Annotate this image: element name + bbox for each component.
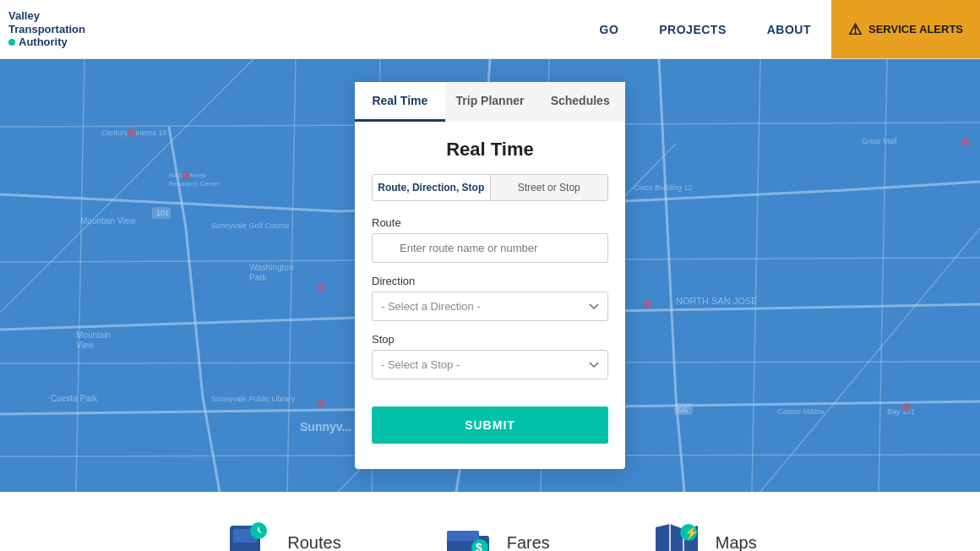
svg-text:⚡: ⚡ — [684, 526, 700, 540]
route-input[interactable] — [372, 233, 608, 263]
map-section: Mountain View Mountain View Washington P… — [0, 59, 980, 492]
nav-go[interactable]: GO — [580, 0, 640, 58]
svg-point-41 — [643, 300, 651, 308]
main-nav: GO PROJECTS ABOUT ⚠ SERVICE ALERTS — [580, 0, 981, 58]
service-alerts-button[interactable]: ⚠ SERVICE ALERTS — [831, 0, 980, 58]
svg-text:Sunnyvale Golf Course: Sunnyvale Golf Course — [211, 221, 290, 230]
svg-text:Park: Park — [249, 273, 268, 282]
maps-label: Maps — [716, 533, 757, 552]
logo-dot — [8, 39, 15, 46]
header: Valley Transportation Authority GO PROJE… — [0, 0, 980, 59]
alert-icon: ⚠ — [848, 20, 862, 39]
bottom-item-routes[interactable]: Routes — [223, 517, 340, 551]
svg-point-43 — [317, 400, 325, 408]
svg-text:$: $ — [476, 541, 482, 551]
svg-text:Mountain View: Mountain View — [80, 216, 136, 226]
svg-point-38 — [182, 172, 190, 180]
fares-icon: $ — [443, 517, 493, 551]
direction-form-group: Direction - Select a Direction - Northbo… — [372, 275, 608, 321]
route-input-wrapper: ☰ — [372, 233, 608, 263]
card-body: Real Time Route, Direction, Stop Street … — [355, 122, 625, 379]
svg-point-39 — [961, 138, 970, 146]
svg-text:Great Mall: Great Mall — [862, 137, 897, 145]
tab-realtime[interactable]: Real Time — [355, 82, 445, 122]
logo-line2: Transportation — [8, 23, 85, 36]
realtime-card: Real Time Trip Planner Schedules Real Ti… — [355, 82, 625, 469]
svg-text:Washington: Washington — [249, 263, 293, 272]
svg-text:NORTH SAN JOSE: NORTH SAN JOSE — [676, 296, 757, 306]
nav-about[interactable]: ABOUT — [747, 0, 831, 58]
tab-tripplanner[interactable]: Trip Planner — [445, 82, 536, 122]
maps-icon: ⚡ — [651, 517, 702, 551]
svg-text:Cuesta Park: Cuesta Park — [51, 394, 98, 403]
svg-text:G6: G6 — [678, 406, 688, 414]
bus-routes-icon — [223, 517, 274, 551]
sub-tab-route-direction-stop[interactable]: Route, Direction, Stop — [373, 175, 491, 200]
direction-label: Direction — [372, 275, 608, 287]
svg-text:101: 101 — [156, 209, 169, 217]
bottom-item-maps[interactable]: ⚡ Maps — [651, 517, 757, 551]
sub-tabs: Route, Direction, Stop Street or Stop — [372, 174, 608, 201]
route-label: Route — [372, 216, 608, 229]
svg-text:Research Center: Research Center — [169, 180, 220, 188]
logo-line3: Authority — [8, 35, 85, 49]
stop-select[interactable]: - Select a Stop - — [372, 350, 608, 379]
svg-text:View: View — [76, 341, 95, 350]
submit-button[interactable]: SUBMIT — [372, 406, 608, 444]
logo: Valley Transportation Authority — [8, 9, 85, 49]
direction-select[interactable]: - Select a Direction - Northbound Southb… — [372, 292, 608, 321]
svg-text:Bay 101: Bay 101 — [887, 407, 915, 416]
svg-text:Sunnyvale Public Library: Sunnyvale Public Library — [211, 395, 296, 403]
route-form-group: Route ☰ — [372, 216, 608, 263]
svg-text:Sunnyv...: Sunnyv... — [300, 420, 351, 434]
stop-form-group: Stop - Select a Stop - — [372, 333, 608, 379]
routes-label: Routes — [287, 533, 340, 552]
card-tabs: Real Time Trip Planner Schedules — [355, 82, 625, 122]
card-title: Real Time — [372, 139, 608, 161]
fares-label: Fares — [507, 533, 550, 552]
svg-text:Mountain: Mountain — [76, 330, 111, 340]
bottom-section: Routes $ Fares ⚡ Maps — [0, 492, 980, 551]
svg-text:Cisco Building 12: Cisco Building 12 — [634, 183, 693, 192]
svg-rect-55 — [447, 531, 479, 541]
bottom-item-fares[interactable]: $ Fares — [443, 517, 550, 551]
svg-point-40 — [902, 403, 911, 412]
tab-schedules[interactable]: Schedules — [535, 82, 625, 122]
logo-line1: Valley — [8, 9, 85, 23]
stop-label: Stop — [372, 333, 608, 346]
svg-text:Casino M&trix: Casino M&trix — [777, 407, 825, 416]
sub-tab-street-or-stop[interactable]: Street or Stop — [491, 175, 608, 200]
service-alerts-label: SERVICE ALERTS — [868, 23, 963, 35]
svg-point-37 — [127, 128, 135, 137]
nav-projects[interactable]: PROJECTS — [639, 0, 746, 58]
svg-point-42 — [317, 283, 325, 292]
